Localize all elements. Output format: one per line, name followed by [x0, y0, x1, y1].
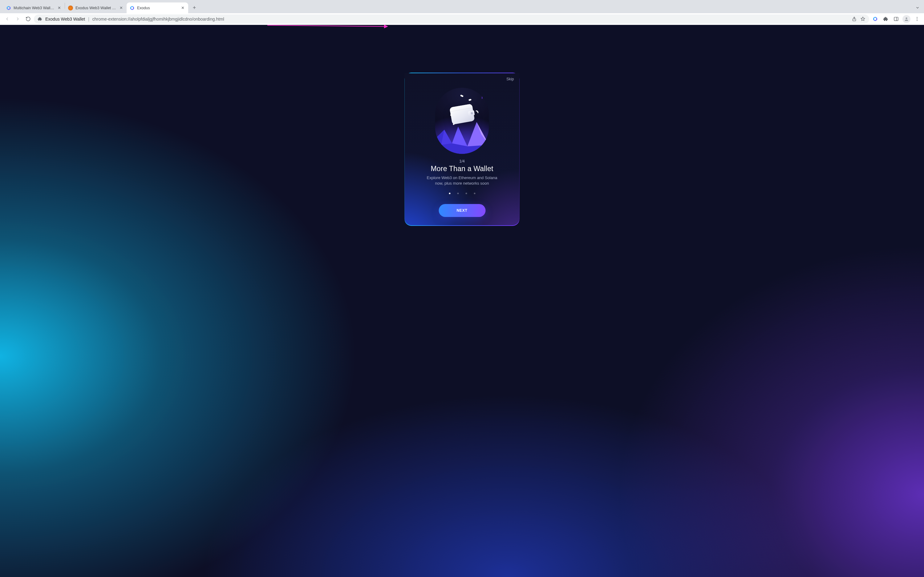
- browser-tab-2[interactable]: Exodus ✕: [127, 2, 188, 13]
- chrome-webstore-favicon-icon: [68, 6, 73, 10]
- svg-point-5: [917, 20, 918, 21]
- close-icon[interactable]: ✕: [119, 6, 123, 10]
- onboarding-card: Skip 1/4: [405, 73, 520, 226]
- tab-title: Multichain Web3 Wallet | Exodu: [13, 6, 54, 10]
- side-panel-button[interactable]: [891, 15, 901, 24]
- pinned-extension-exodus-icon[interactable]: [871, 15, 880, 24]
- profile-avatar-button[interactable]: [902, 15, 911, 24]
- tab-title: Exodus Web3 Wallet - Chrome: [76, 6, 116, 10]
- kebab-menu-button[interactable]: [912, 15, 922, 24]
- pagination-dots: [449, 193, 475, 194]
- close-icon[interactable]: ✕: [180, 6, 185, 10]
- omnibox-url: chrome-extension://aholpfdialjgjfhomihkj…: [92, 17, 224, 21]
- bookmark-star-icon[interactable]: [860, 16, 866, 21]
- reload-button[interactable]: [23, 15, 33, 24]
- browser-tab-1[interactable]: Exodus Web3 Wallet - Chrome ✕: [65, 2, 127, 13]
- svg-point-2: [906, 17, 907, 19]
- forward-button[interactable]: [13, 15, 22, 24]
- exodus-favicon-icon: [6, 6, 11, 10]
- extension-icon: [37, 17, 42, 21]
- onboarding-title: More Than a Wallet: [431, 164, 493, 173]
- svg-point-4: [917, 18, 918, 19]
- browser-toolbar: Exodus Web3 Wallet | chrome-extension://…: [0, 13, 924, 25]
- svg-point-3: [917, 17, 918, 18]
- back-button[interactable]: [2, 15, 12, 24]
- exodus-favicon-icon: [130, 6, 135, 10]
- share-icon[interactable]: [851, 16, 857, 21]
- pagination-dot[interactable]: [449, 193, 450, 194]
- tab-search-button[interactable]: [915, 6, 924, 13]
- address-bar[interactable]: Exodus Web3 Wallet | chrome-extension://…: [34, 15, 869, 24]
- new-tab-button[interactable]: +: [190, 3, 199, 12]
- browser-tab-0[interactable]: Multichain Web3 Wallet | Exodu ✕: [3, 2, 65, 13]
- onboarding-illustration: [435, 88, 489, 154]
- onboarding-description: Explore Web3 on Ethereum and Solana now,…: [423, 175, 501, 186]
- skip-button[interactable]: Skip: [506, 77, 514, 81]
- page-viewport: Skip 1/4: [0, 25, 924, 577]
- omnibox-site-name: Exodus Web3 Wallet: [45, 17, 85, 21]
- step-indicator: 1/4: [459, 159, 464, 163]
- next-button[interactable]: NEXT: [439, 204, 485, 217]
- browser-tabstrip: Multichain Web3 Wallet | Exodu ✕ Exodus …: [0, 0, 924, 13]
- close-icon[interactable]: ✕: [57, 6, 61, 10]
- extensions-button[interactable]: [881, 15, 890, 24]
- svg-marker-7: [452, 126, 468, 146]
- svg-rect-1: [894, 17, 898, 21]
- omnibox-separator: |: [88, 17, 89, 21]
- pagination-dot[interactable]: [474, 193, 475, 194]
- pagination-dot[interactable]: [465, 193, 467, 194]
- tab-title: Exodus: [137, 6, 178, 10]
- pagination-dot[interactable]: [457, 193, 459, 194]
